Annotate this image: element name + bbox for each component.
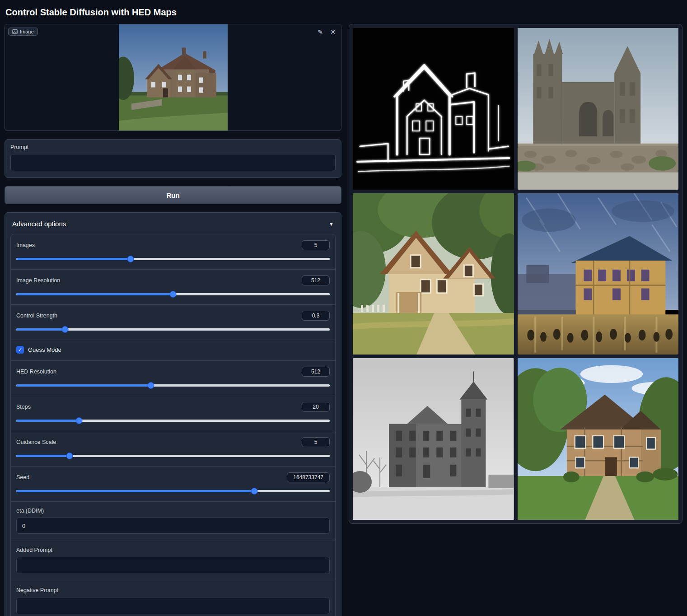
gallery-item-hed-map[interactable] — [353, 28, 514, 190]
clear-image-button[interactable]: ✕ — [329, 28, 336, 36]
image-label: Image — [20, 29, 34, 34]
hed-resolution-slider-row: HED Resolution 512 — [11, 360, 335, 396]
negative-prompt-input[interactable] — [16, 597, 330, 614]
advanced-options-header[interactable]: Advanced options ▼ — [10, 218, 336, 234]
left-column: Image ✎ ✕ — [5, 24, 341, 616]
control-strength-value-input[interactable]: 0.3 — [302, 311, 330, 321]
negative-prompt-row: Negative Prompt — [11, 581, 335, 616]
negative-prompt-label: Negative Prompt — [16, 587, 330, 593]
rainy-painting-image — [518, 193, 679, 355]
timber-house-image — [518, 358, 679, 520]
steps-slider-handle[interactable] — [75, 417, 82, 424]
image-label-badge: Image — [8, 28, 38, 36]
accordion-arrow-icon: ▼ — [329, 221, 334, 227]
steps-label: Steps — [16, 404, 31, 410]
prompt-input[interactable] — [10, 154, 336, 171]
gallery-item-painted-house[interactable] — [353, 193, 514, 355]
seed-value-input[interactable]: 1648733747 — [287, 472, 330, 482]
hed-resolution-slider-handle[interactable] — [148, 382, 154, 389]
guess-mode-label: Guess Mode — [28, 346, 61, 353]
image-actions: ✎ ✕ — [317, 28, 336, 36]
added-prompt-row: Added Prompt — [11, 541, 335, 581]
guess-mode-checkbox[interactable]: ✓ — [16, 346, 24, 354]
gallery-item-grayscale-building[interactable] — [353, 358, 514, 520]
gallery-item-rainy-painting[interactable] — [518, 193, 679, 355]
seed-slider[interactable] — [16, 488, 330, 495]
guidance-scale-slider[interactable] — [16, 453, 330, 459]
added-prompt-label: Added Prompt — [16, 547, 330, 553]
image-resolution-slider[interactable] — [16, 291, 330, 298]
seed-slider-handle[interactable] — [251, 488, 258, 495]
run-button[interactable]: Run — [5, 186, 341, 204]
eta-row: eta (DDIM) 0 — [11, 501, 335, 541]
image-icon — [12, 29, 18, 34]
guidance-scale-label: Guidance Scale — [16, 439, 56, 445]
control-strength-slider[interactable] — [16, 326, 330, 333]
image-resolution-label: Image Resolution — [16, 277, 60, 284]
image-resolution-slider-handle[interactable] — [170, 291, 177, 298]
images-label: Images — [16, 242, 35, 248]
cathedral-image — [518, 28, 679, 190]
hed-map-image — [353, 28, 514, 190]
hed-resolution-value-input[interactable]: 512 — [302, 367, 330, 377]
image-upload[interactable]: Image ✎ ✕ — [5, 24, 341, 131]
input-image-house-photo[interactable] — [119, 24, 228, 131]
steps-slider[interactable] — [16, 417, 330, 424]
images-slider[interactable] — [16, 256, 330, 262]
images-slider-row: Images 5 — [11, 234, 335, 269]
advanced-options-label: Advanced options — [12, 220, 66, 228]
advanced-options-body: Images 5 Image Resolution 512 — [10, 234, 336, 616]
control-strength-label: Control Strength — [16, 313, 57, 319]
gallery-item-cathedral[interactable] — [518, 28, 679, 190]
image-resolution-slider-row: Image Resolution 512 — [11, 269, 335, 304]
hed-resolution-label: HED Resolution — [16, 369, 56, 375]
grayscale-building-image — [353, 358, 514, 520]
page-title: Control Stable Diffusion with HED Maps — [0, 0, 687, 24]
advanced-options-accordion: Advanced options ▼ Images 5 — [5, 212, 341, 616]
steps-value-input[interactable]: 20 — [302, 402, 330, 412]
prompt-block: Prompt — [5, 139, 341, 178]
control-strength-slider-handle[interactable] — [61, 326, 68, 333]
guidance-scale-slider-row: Guidance Scale 5 — [11, 431, 335, 466]
added-prompt-input[interactable] — [16, 557, 330, 574]
eta-input[interactable]: 0 — [16, 518, 330, 534]
main-layout: Image ✎ ✕ — [0, 24, 687, 616]
guidance-scale-value-input[interactable]: 5 — [302, 437, 330, 447]
painted-house-image — [353, 193, 514, 355]
prompt-label: Prompt — [10, 144, 336, 150]
eta-label: eta (DDIM) — [16, 508, 330, 514]
image-resolution-value-input[interactable]: 512 — [302, 275, 330, 285]
control-strength-slider-row: Control Strength 0.3 — [11, 304, 335, 340]
app-root: Control Stable Diffusion with HED Maps I… — [0, 0, 687, 616]
hed-resolution-slider[interactable] — [16, 382, 330, 389]
seed-slider-row: Seed 1648733747 — [11, 466, 335, 501]
output-gallery — [349, 24, 682, 524]
gallery-item-timber-house[interactable] — [518, 358, 679, 520]
images-slider-handle[interactable] — [127, 256, 134, 262]
images-value-input[interactable]: 5 — [302, 240, 330, 250]
edit-image-button[interactable]: ✎ — [317, 28, 324, 36]
guess-mode-row: ✓ Guess Mode — [11, 340, 335, 360]
steps-slider-row: Steps 20 — [11, 396, 335, 431]
guidance-scale-slider-handle[interactable] — [66, 453, 73, 459]
seed-label: Seed — [16, 474, 29, 481]
